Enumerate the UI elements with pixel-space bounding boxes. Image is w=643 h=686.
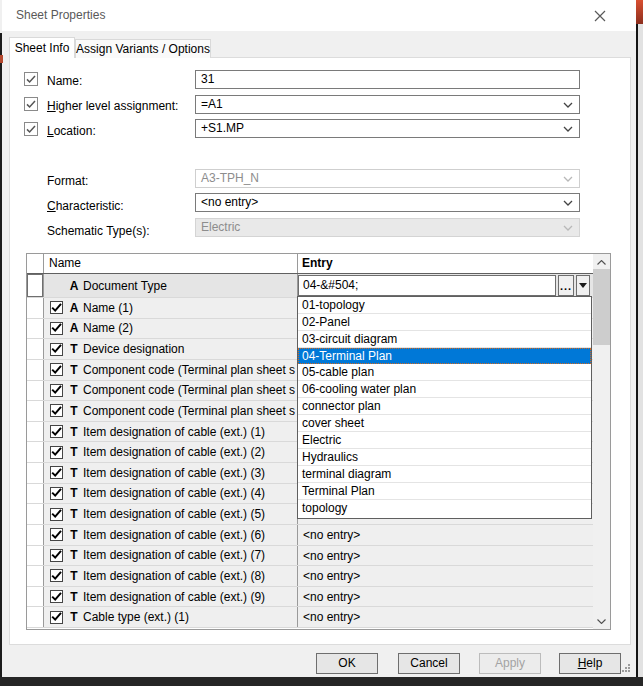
table-scrollbar[interactable] (593, 254, 610, 629)
tab-assign-variants[interactable]: Assign Variants / Options (75, 39, 211, 58)
row-checkbox[interactable] (50, 569, 63, 582)
row-checkbox[interactable] (50, 528, 63, 541)
row-name-cell[interactable]: TItem designation of cable (ext.) (8) (44, 566, 298, 586)
row-checkbox[interactable] (50, 384, 63, 397)
row-selector[interactable] (27, 607, 44, 627)
dropdown-item[interactable]: cover sheet (298, 415, 591, 432)
row-checkbox[interactable] (50, 343, 63, 356)
row-entry-cell[interactable]: <no entry> (298, 587, 593, 607)
row-name-cell[interactable]: TItem designation of cable (ext.) (2) (44, 442, 298, 462)
row-name-cell[interactable]: TComponent code (Terminal plan sheet s (44, 381, 298, 401)
row-selector[interactable] (27, 504, 44, 524)
attribute-type-icon: A (68, 279, 80, 293)
characteristic-combobox[interactable]: <no entry> (195, 193, 580, 212)
row-selector[interactable] (27, 319, 44, 339)
resize-grip[interactable] (620, 662, 631, 673)
scroll-down-icon[interactable] (593, 613, 610, 629)
row-name-cell[interactable]: TDevice designation (44, 339, 298, 359)
more-options-button[interactable]: ... (558, 275, 574, 296)
cancel-button[interactable]: Cancel (398, 653, 460, 674)
row-selector[interactable] (27, 566, 44, 586)
name-checkbox[interactable] (24, 72, 38, 86)
dropdown-item[interactable]: connector plan (298, 398, 591, 415)
dropdown-item[interactable]: terminal diagram (298, 466, 591, 483)
row-entry-cell[interactable]: <no entry> (298, 525, 593, 545)
document-type-dropdown-list[interactable]: 01-topology02-Panel03-circuit diagram04-… (297, 296, 592, 519)
ok-button[interactable]: OK (316, 653, 378, 674)
dropdown-item[interactable]: 05-cable plan (298, 364, 591, 381)
location-checkbox[interactable] (24, 122, 38, 136)
row-name-cell[interactable]: TItem designation of cable (ext.) (4) (44, 484, 298, 504)
row-name-cell[interactable]: TCable type (ext.) (1) (44, 607, 298, 627)
row-selector[interactable] (27, 587, 44, 607)
row-name-cell[interactable]: AName (1) (44, 298, 298, 318)
name-input[interactable]: 31 (195, 70, 580, 89)
row-entry-cell[interactable]: <no entry> (298, 546, 593, 566)
dropdown-item[interactable]: Terminal Plan (298, 483, 591, 500)
higher-level-combobox[interactable]: =A1 (195, 95, 580, 114)
row-selector[interactable] (27, 442, 44, 462)
dropdown-item[interactable]: 03-circuit diagram (298, 331, 591, 348)
dropdown-item[interactable]: Hydraulics (298, 449, 591, 466)
row-checkbox[interactable] (50, 322, 63, 335)
row-name-cell[interactable]: TItem designation of cable (ext.) (9) (44, 587, 298, 607)
row-checkbox[interactable] (50, 487, 63, 500)
row-selector[interactable] (27, 298, 44, 318)
row-name-cell[interactable]: TItem designation of cable (ext.) (6) (44, 525, 298, 545)
row-selector[interactable] (27, 339, 44, 359)
row-selector[interactable] (27, 381, 44, 401)
table-row[interactable]: TItem designation of cable (ext.) (6)<no… (27, 525, 593, 546)
row-name-cell[interactable]: TItem designation of cable (ext.) (7) (44, 546, 298, 566)
row-checkbox[interactable] (50, 466, 63, 479)
dropdown-item[interactable]: 02-Panel (298, 314, 591, 331)
dropdown-item[interactable]: Electric (298, 432, 591, 449)
row-name-cell[interactable]: TComponent code (Terminal plan sheet s (44, 360, 298, 380)
dropdown-item[interactable]: 04-Terminal Plan (298, 348, 591, 364)
row-name-cell[interactable]: TComponent code (Terminal plan sheet s (44, 401, 298, 421)
row-selector[interactable] (27, 484, 44, 504)
row-checkbox[interactable] (50, 301, 63, 314)
scrollbar-thumb[interactable] (593, 269, 610, 345)
row-name-cell[interactable]: TItem designation of cable (ext.) (1) (44, 422, 298, 442)
table-row[interactable]: TCable type (ext.) (1)<no entry> (27, 607, 593, 628)
row-checkbox[interactable] (50, 508, 63, 521)
row-checkbox[interactable] (50, 611, 63, 624)
close-icon[interactable] (588, 4, 612, 28)
scroll-up-icon[interactable] (593, 254, 610, 270)
table-row[interactable]: TItem designation of cable (ext.) (8)<no… (27, 566, 593, 587)
row-entry-cell[interactable]: <no entry> (298, 607, 593, 627)
row-entry-cell[interactable]: <no entry> (298, 566, 593, 586)
higher-level-checkbox[interactable] (24, 97, 38, 111)
dropdown-item[interactable]: 06-cooling water plan (298, 381, 591, 398)
row-checkbox[interactable] (50, 425, 63, 438)
dropdown-item[interactable]: topology (298, 500, 591, 517)
dropdown-item[interactable]: 01-topology (298, 297, 591, 314)
row-name-cell[interactable]: TItem designation of cable (ext.) (3) (44, 463, 298, 483)
help-button[interactable]: Help (559, 653, 621, 674)
attribute-type-icon: T (68, 590, 80, 604)
row-selector[interactable] (27, 274, 44, 297)
row-name-cell[interactable]: TItem designation of cable (ext.) (5) (44, 504, 298, 524)
row-entry-cell[interactable]: 04-&#504;... (298, 274, 593, 297)
table-row[interactable]: TItem designation of cable (ext.) (7)<no… (27, 546, 593, 567)
row-checkbox[interactable] (50, 549, 63, 562)
row-checkbox[interactable] (50, 446, 63, 459)
row-selector[interactable] (27, 422, 44, 442)
row-selector[interactable] (27, 360, 44, 380)
table-row[interactable]: ADocument Type04-&#504;... (27, 274, 593, 298)
row-checkbox[interactable] (50, 363, 63, 376)
dropdown-arrow-button[interactable] (576, 275, 590, 296)
row-selector[interactable] (27, 546, 44, 566)
tab-sheet-info[interactable]: Sheet Info (9, 37, 75, 58)
row-checkbox[interactable] (50, 590, 63, 603)
table-row[interactable]: TItem designation of cable (ext.) (9)<no… (27, 587, 593, 608)
document-type-editor-input[interactable]: 04-&#504; (298, 275, 556, 296)
row-checkbox[interactable] (50, 404, 63, 417)
row-name-cell[interactable]: AName (2) (44, 319, 298, 339)
row-selector[interactable] (27, 463, 44, 483)
row-selector[interactable] (27, 401, 44, 421)
location-combobox[interactable]: +S1.MP (195, 119, 580, 138)
row-name-cell[interactable]: ADocument Type (44, 274, 298, 297)
row-selector[interactable] (27, 525, 44, 545)
apply-button[interactable]: Apply (479, 653, 541, 674)
